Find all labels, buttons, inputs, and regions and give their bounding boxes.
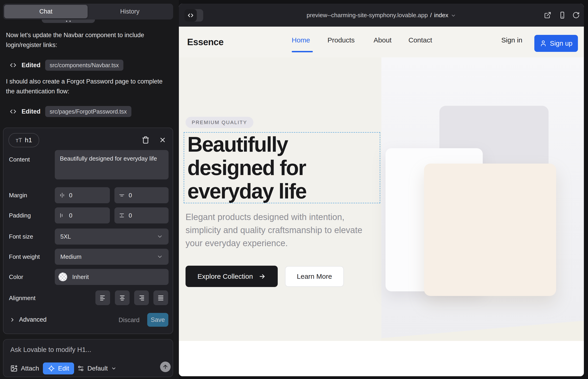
preview-url-selector[interactable]: preview--charming-site-symphony.lovable.… bbox=[244, 4, 519, 27]
typography-icon: тT bbox=[16, 137, 22, 144]
trash-icon bbox=[142, 136, 150, 144]
chat-history-tabs: Chat History bbox=[3, 4, 173, 19]
code-icon bbox=[184, 9, 197, 22]
user-icon bbox=[540, 40, 547, 47]
chevron-down-icon bbox=[451, 13, 456, 18]
scrolled-badge-stub bbox=[42, 19, 95, 23]
align-justify-button[interactable] bbox=[154, 290, 168, 305]
chat-sidebar: Chat History Now let's update the Navbar… bbox=[0, 0, 179, 379]
color-swatch bbox=[59, 272, 67, 281]
nav-link-contact[interactable]: Contact bbox=[408, 27, 432, 54]
chevron-right-icon bbox=[9, 317, 15, 323]
element-editor-panel: тT h1 Content Beautifully designed for e… bbox=[3, 127, 173, 334]
site-navbar: Essence Home Products About Contact Sign… bbox=[179, 27, 584, 57]
chat-composer[interactable]: Ask Lovable to modify H1... Attach Edit … bbox=[3, 339, 173, 377]
nav-link-products[interactable]: Products bbox=[327, 27, 355, 54]
padding-y-input[interactable]: 0 bbox=[114, 207, 169, 223]
explore-collection-button[interactable]: Explore Collection bbox=[186, 266, 278, 287]
preview-pane: preview--charming-site-symphony.lovable.… bbox=[179, 4, 584, 376]
color-label: Color bbox=[9, 273, 23, 281]
chevron-down-icon bbox=[157, 253, 163, 260]
code-icon bbox=[9, 108, 17, 115]
lovable-editor-window: Chat History Now let's update the Navbar… bbox=[0, 0, 588, 379]
file-badge[interactable]: src/components/Navbar.tsx bbox=[45, 60, 124, 71]
advanced-toggle[interactable]: Advanced bbox=[9, 316, 46, 323]
nav-link-home[interactable]: Home bbox=[292, 27, 310, 54]
target-icon bbox=[48, 365, 55, 372]
discard-button[interactable]: Discard bbox=[119, 316, 140, 324]
padding-x-input[interactable]: 0 bbox=[55, 207, 110, 223]
font-weight-label: Font weight bbox=[9, 253, 40, 260]
align-left-icon bbox=[99, 294, 106, 301]
element-tag: h1 bbox=[25, 137, 32, 144]
color-select[interactable]: Inherit bbox=[55, 269, 169, 285]
chat-message: I should also create a Forgot Password p… bbox=[6, 77, 168, 96]
decor-card-cream bbox=[424, 164, 556, 296]
refresh-icon bbox=[573, 12, 580, 19]
close-panel-button[interactable] bbox=[157, 135, 168, 145]
margin-vertical-icon bbox=[119, 192, 125, 198]
smartphone-icon bbox=[559, 12, 566, 19]
hero-section: PREMIUM QUALITY Beautifully designed for… bbox=[179, 57, 584, 341]
learn-more-button[interactable]: Learn More bbox=[285, 266, 344, 287]
content-label: Content bbox=[9, 156, 30, 163]
image-plus-icon bbox=[10, 365, 18, 372]
sliders-icon bbox=[77, 365, 84, 372]
file-badge[interactable]: src/pages/ForgotPassword.tsx bbox=[45, 106, 131, 117]
align-justify-icon bbox=[157, 294, 164, 301]
align-right-icon bbox=[138, 294, 145, 301]
site-logo[interactable]: Essence bbox=[187, 27, 224, 57]
selected-element-pill[interactable]: тT h1 bbox=[8, 133, 39, 147]
preview-page: index bbox=[434, 12, 448, 19]
active-nav-underline bbox=[292, 51, 313, 52]
code-icon bbox=[9, 61, 17, 69]
edited-label: Edited bbox=[22, 108, 41, 115]
tab-history[interactable]: History bbox=[88, 5, 172, 18]
edited-label: Edited bbox=[22, 62, 41, 69]
decor-wedge bbox=[381, 318, 584, 341]
align-center-icon bbox=[119, 294, 126, 301]
model-selector[interactable]: Default bbox=[77, 363, 117, 374]
margin-y-input[interactable]: 0 bbox=[114, 187, 169, 203]
composer-input[interactable]: Ask Lovable to modify H1... bbox=[10, 346, 91, 354]
align-left-button[interactable] bbox=[95, 290, 110, 305]
chat-message: Now let's update the Navbar component to… bbox=[6, 30, 168, 50]
h1-selection-outline[interactable]: Beautifully designed for everyday life bbox=[184, 132, 380, 203]
font-size-select[interactable]: 5XL bbox=[55, 228, 169, 245]
margin-label: Margin bbox=[9, 192, 27, 199]
signin-link[interactable]: Sign in bbox=[501, 27, 522, 54]
font-weight-select[interactable]: Medium bbox=[55, 249, 169, 265]
tab-chat[interactable]: Chat bbox=[4, 5, 88, 18]
content-input[interactable]: Beautifully designed for everyday life bbox=[55, 150, 169, 179]
arrow-up-icon bbox=[162, 364, 168, 370]
hero-description: Elegant products designed with intention… bbox=[186, 211, 369, 250]
hero-graphic-area bbox=[381, 57, 584, 341]
padding-vertical-icon bbox=[119, 212, 125, 219]
edit-mode-button[interactable]: Edit bbox=[43, 363, 74, 374]
close-icon bbox=[159, 136, 166, 144]
font-size-label: Font size bbox=[9, 233, 33, 240]
hero-heading[interactable]: Beautifully designed for everyday life bbox=[187, 133, 362, 203]
delete-element-button[interactable] bbox=[140, 135, 151, 145]
margin-x-input[interactable]: 0 bbox=[55, 187, 110, 203]
chevron-down-icon bbox=[111, 366, 117, 371]
signup-button[interactable]: Sign up bbox=[534, 35, 578, 52]
save-button[interactable]: Save bbox=[147, 313, 168, 327]
code-view-toggle[interactable] bbox=[184, 9, 203, 22]
refresh-button[interactable] bbox=[573, 12, 580, 19]
alignment-label: Alignment bbox=[9, 295, 35, 302]
edited-file-row: Edited src/components/Navbar.tsx bbox=[9, 60, 123, 71]
mobile-preview-button[interactable] bbox=[559, 12, 566, 19]
align-right-button[interactable] bbox=[134, 290, 149, 305]
edited-file-row: Edited src/pages/ForgotPassword.tsx bbox=[9, 106, 131, 117]
attach-button[interactable]: Attach bbox=[10, 363, 39, 374]
send-button[interactable] bbox=[160, 362, 171, 372]
external-link-icon bbox=[544, 12, 551, 19]
align-center-button[interactable] bbox=[115, 290, 130, 305]
open-external-button[interactable] bbox=[544, 12, 551, 19]
arrow-right-icon bbox=[259, 273, 266, 280]
hero-badge: PREMIUM QUALITY bbox=[186, 117, 253, 128]
nav-link-about[interactable]: About bbox=[373, 27, 391, 54]
chevron-down-icon bbox=[157, 233, 163, 240]
site-viewport: Essence Home Products About Contact Sign… bbox=[179, 27, 584, 376]
